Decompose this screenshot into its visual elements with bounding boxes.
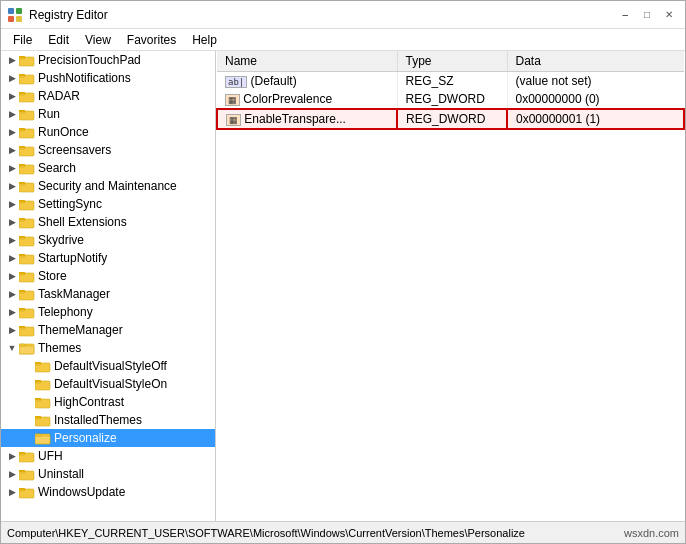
tree-item-startupnotify[interactable]: ▶ StartupNotify: [1, 249, 215, 267]
ab-icon: ab|: [225, 76, 247, 88]
svg-rect-24: [19, 164, 25, 166]
window-controls: ‒ □ ✕: [615, 5, 679, 25]
col-data[interactable]: Data: [507, 51, 684, 72]
expand-icon-telephony: ▶: [5, 305, 19, 319]
registry-editor-window: Registry Editor ‒ □ ✕ File Edit View Fav…: [0, 0, 686, 544]
tree-item-precisiontouchpad[interactable]: ▶ PrecisionTouchPad: [1, 51, 215, 69]
col-name[interactable]: Name: [217, 51, 397, 72]
menu-edit[interactable]: Edit: [40, 31, 77, 48]
tree-item-run[interactable]: ▶ Run: [1, 105, 215, 123]
menu-favorites[interactable]: Favorites: [119, 31, 184, 48]
folder-icon-uninstall: [19, 466, 35, 482]
svg-rect-45: [19, 290, 25, 292]
svg-rect-15: [19, 110, 25, 112]
status-right: wsxdn.com: [624, 527, 679, 539]
svg-rect-60: [35, 380, 41, 382]
svg-rect-27: [19, 182, 25, 184]
tree-label-pushnotifications: PushNotifications: [38, 71, 131, 85]
detail-row-0[interactable]: ab| (Default)REG_SZ(value not set): [217, 72, 684, 91]
svg-rect-39: [19, 254, 25, 256]
svg-rect-69: [35, 434, 41, 436]
tree-label-taskmanager: TaskManager: [38, 287, 110, 301]
menu-bar: File Edit View Favorites Help: [1, 29, 685, 51]
folder-icon-settingsync: [19, 196, 35, 212]
tree-item-store[interactable]: ▶ Store: [1, 267, 215, 285]
detail-cell-name-0: ab| (Default): [217, 72, 397, 91]
tree-item-runonce[interactable]: ▶ RunOnce: [1, 123, 215, 141]
tree-item-search[interactable]: ▶ Search: [1, 159, 215, 177]
tree-item-personalize[interactable]: Personalize: [1, 429, 215, 447]
detail-row-2[interactable]: ▦ EnableTranspare...REG_DWORD0x00000001 …: [217, 109, 684, 129]
tree-label-startupnotify: StartupNotify: [38, 251, 107, 265]
tree-item-themes[interactable]: ▼ Themes: [1, 339, 215, 357]
tree-item-windowsupdate[interactable]: ▶ WindowsUpdate: [1, 483, 215, 501]
svg-rect-42: [19, 272, 25, 274]
tree-label-radar: RADAR: [38, 89, 80, 103]
tree-item-installedthemes[interactable]: InstalledThemes: [1, 411, 215, 429]
app-icon: [7, 7, 23, 23]
svg-rect-12: [19, 92, 25, 94]
tree-label-screensavers: Screensavers: [38, 143, 111, 157]
tree-item-taskmanager[interactable]: ▶ TaskManager: [1, 285, 215, 303]
tree-label-settingsync: SettingSync: [38, 197, 102, 211]
folder-icon-defaultvisualstyleon: [35, 376, 51, 392]
tree-label-windowsupdate: WindowsUpdate: [38, 485, 125, 499]
menu-view[interactable]: View: [77, 31, 119, 48]
tree-item-securityandmaintenance[interactable]: ▶ Security and Maintenance: [1, 177, 215, 195]
expand-icon-store: ▶: [5, 269, 19, 283]
reg-icon-1: ▦: [225, 94, 240, 106]
tree-item-ufh[interactable]: ▶ UFH: [1, 447, 215, 465]
folder-icon-personalize: [35, 430, 51, 446]
folder-icon-screensavers: [19, 142, 35, 158]
tree-label-skydrive: Skydrive: [38, 233, 84, 247]
folder-icon-radar: [19, 88, 35, 104]
expand-icon-highcontrast: [21, 395, 35, 409]
minimize-button[interactable]: ‒: [615, 5, 635, 25]
svg-rect-66: [35, 416, 41, 418]
folder-icon-store: [19, 268, 35, 284]
svg-rect-3: [16, 16, 22, 22]
tree-item-radar[interactable]: ▶ RADAR: [1, 87, 215, 105]
entry-name-0: (Default): [251, 74, 297, 88]
tree-label-defaultvisualstyleon: DefaultVisualStyleOn: [54, 377, 167, 391]
tree-item-defaultvisualstyleoff[interactable]: DefaultVisualStyleOff: [1, 357, 215, 375]
close-button[interactable]: ✕: [659, 5, 679, 25]
folder-icon-runonce: [19, 124, 35, 140]
entry-name-2: EnableTranspare...: [244, 112, 346, 126]
tree-item-skydrive[interactable]: ▶ Skydrive: [1, 231, 215, 249]
folder-icon-skydrive: [19, 232, 35, 248]
expand-icon-pushnotifications: ▶: [5, 71, 19, 85]
expand-icon-search: ▶: [5, 161, 19, 175]
tree-item-settingsync[interactable]: ▶ SettingSync: [1, 195, 215, 213]
tree-item-uninstall[interactable]: ▶ Uninstall: [1, 465, 215, 483]
detail-table: Name Type Data ab| (Default)REG_SZ(value…: [216, 51, 685, 130]
folder-icon-shellextensions: [19, 214, 35, 230]
tree-item-screensavers[interactable]: ▶ Screensavers: [1, 141, 215, 159]
svg-rect-21: [19, 146, 25, 148]
tree-item-shellextensions[interactable]: ▶ Shell Extensions: [1, 213, 215, 231]
folder-icon-defaultvisualstyleoff: [35, 358, 51, 374]
expand-icon-securityandmaintenance: ▶: [5, 179, 19, 193]
grid-icon: ▦: [225, 94, 240, 106]
tree-label-search: Search: [38, 161, 76, 175]
tree-item-telephony[interactable]: ▶ Telephony: [1, 303, 215, 321]
expand-icon-personalize: [21, 431, 35, 445]
expand-icon-defaultvisualstyleoff: [21, 359, 35, 373]
entry-name-1: ColorPrevalence: [243, 92, 332, 106]
detail-row-1[interactable]: ▦ ColorPrevalenceREG_DWORD0x00000000 (0): [217, 90, 684, 109]
folder-icon-themes: [19, 340, 35, 356]
tree-label-personalize: Personalize: [54, 431, 117, 445]
menu-file[interactable]: File: [5, 31, 40, 48]
registry-tree[interactable]: ▶ PrecisionTouchPad▶ PushNotifications▶ …: [1, 51, 216, 521]
maximize-button[interactable]: □: [637, 5, 657, 25]
svg-rect-2: [8, 16, 14, 22]
svg-rect-36: [19, 236, 25, 238]
expand-icon-windowsupdate: ▶: [5, 485, 19, 499]
tree-item-defaultvisualstyleon[interactable]: DefaultVisualStyleOn: [1, 375, 215, 393]
status-bar: Computer\HKEY_CURRENT_USER\SOFTWARE\Micr…: [1, 521, 685, 543]
tree-item-pushnotifications[interactable]: ▶ PushNotifications: [1, 69, 215, 87]
tree-item-highcontrast[interactable]: HighContrast: [1, 393, 215, 411]
col-type[interactable]: Type: [397, 51, 507, 72]
tree-item-thememanager[interactable]: ▶ ThemeManager: [1, 321, 215, 339]
menu-help[interactable]: Help: [184, 31, 225, 48]
